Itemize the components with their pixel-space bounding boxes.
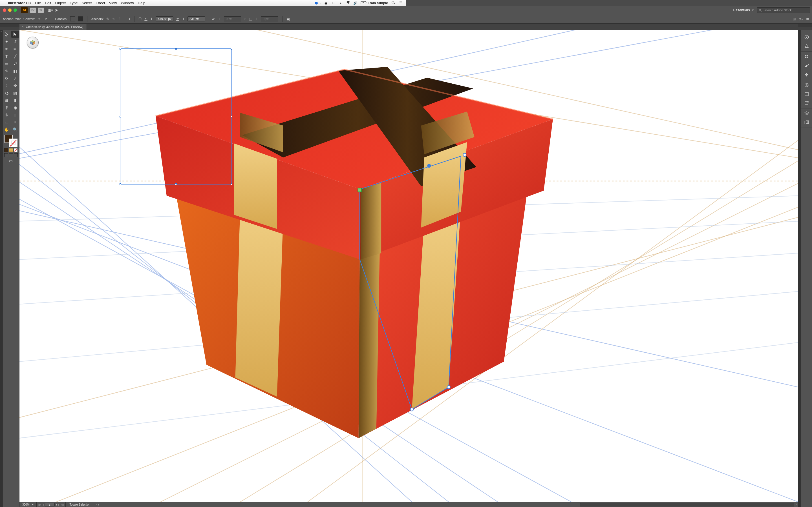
- menu-object[interactable]: Object: [55, 1, 66, 5]
- menu-file[interactable]: File: [35, 1, 41, 5]
- y-field[interactable]: 231 px: [188, 16, 205, 21]
- handle-tr[interactable]: [231, 48, 232, 50]
- fill-stroke-control[interactable]: [4, 135, 17, 147]
- convert-corner-icon[interactable]: ↖: [38, 17, 41, 21]
- isolate-icon[interactable]: ⎔: [139, 17, 142, 21]
- handle-br[interactable]: [231, 183, 232, 185]
- line-tool[interactable]: ╱: [11, 53, 19, 60]
- illustrator-window: Ai Br St ▦▾ ➤ Essentials Search Adobe St…: [0, 6, 406, 253]
- direct-selection-tool[interactable]: [11, 31, 19, 38]
- menu-select[interactable]: Select: [82, 1, 92, 5]
- rotate-tool[interactable]: ⟳: [3, 75, 11, 82]
- status-timemachine-icon[interactable]: ↻: [331, 1, 335, 5]
- free-transform-tool[interactable]: ✥: [11, 82, 19, 89]
- perspective-plane-widget[interactable]: [27, 37, 39, 48]
- menu-window[interactable]: Window: [121, 1, 134, 5]
- bridge-icon[interactable]: Br: [30, 8, 36, 13]
- lasso-tool[interactable]: ᔑ: [11, 38, 19, 45]
- menu-extras-icon[interactable]: ☰: [399, 1, 403, 5]
- handle-mr[interactable]: [231, 116, 232, 117]
- left-dock-gutter[interactable]: «: [0, 30, 3, 253]
- status-volume-icon[interactable]: 🔊: [353, 1, 357, 5]
- handle-opt-b[interactable]: [78, 16, 83, 21]
- handle-ml[interactable]: [119, 116, 121, 117]
- color-mode-icon[interactable]: [4, 148, 8, 152]
- selection-tool[interactable]: [3, 31, 11, 38]
- status-username[interactable]: Train Simple: [368, 1, 388, 5]
- status-bluetooth-icon[interactable]: ᚛: [339, 1, 343, 5]
- menu-type[interactable]: Type: [70, 1, 78, 5]
- symbol-sprayer-tool[interactable]: ❉: [3, 112, 11, 118]
- document-tab[interactable]: × Gift Box.ai* @ 300% (RGB/GPU Preview): [19, 24, 87, 30]
- zoom-tool[interactable]: 🔍: [11, 126, 19, 133]
- x-stepper[interactable]: ▲▼: [151, 17, 153, 20]
- menu-edit[interactable]: Edit: [45, 1, 51, 5]
- gpu-icon[interactable]: ➤: [55, 8, 58, 13]
- menu-effect[interactable]: Effect: [96, 1, 105, 5]
- h-field: 0 px: [261, 16, 278, 21]
- crop-icon[interactable]: ▣: [287, 17, 290, 21]
- close-tab-icon[interactable]: ×: [22, 25, 23, 29]
- handle-bm[interactable]: [175, 183, 177, 185]
- gradient-mode-icon[interactable]: [9, 148, 13, 152]
- status-cc-icon[interactable]: ◉: [324, 1, 328, 5]
- zoom-window[interactable]: [13, 8, 17, 12]
- eyedropper-tool[interactable]: ⁋: [3, 104, 11, 111]
- slice-tool[interactable]: ⌗: [11, 119, 19, 126]
- stock-icon[interactable]: St: [38, 8, 44, 13]
- status-battery-icon[interactable]: [361, 1, 364, 5]
- magic-wand-tool[interactable]: ✦: [3, 38, 11, 45]
- gradient-tool[interactable]: ▮: [11, 97, 19, 104]
- width-tool[interactable]: ⫶: [3, 82, 11, 89]
- mesh-tool[interactable]: ▦: [3, 97, 11, 104]
- align-obj-icon[interactable]: ⫞: [128, 17, 130, 21]
- screen-mode-icon[interactable]: ▭: [8, 158, 14, 163]
- curvature-tool[interactable]: ✑: [11, 46, 19, 52]
- draw-behind-icon[interactable]: [9, 153, 13, 157]
- artboard[interactable]: [19, 30, 406, 253]
- type-tool[interactable]: T: [3, 53, 11, 60]
- h-stepper[interactable]: ▲▼: [256, 17, 257, 20]
- shape-builder-tool[interactable]: ◔: [3, 90, 11, 96]
- none-mode-icon[interactable]: [14, 148, 18, 152]
- selection-bounding-box[interactable]: [120, 48, 232, 184]
- app-name[interactable]: Illustrator CC: [8, 1, 31, 5]
- paintbrush-tool[interactable]: 🖌: [11, 60, 19, 67]
- perspective-grid-tool[interactable]: ▨: [11, 90, 19, 96]
- minimize-window[interactable]: [8, 8, 11, 12]
- handle-tm[interactable]: [175, 48, 177, 50]
- spotlight-icon[interactable]: [391, 1, 395, 5]
- convert-smooth-icon[interactable]: ↗: [44, 17, 47, 21]
- canvas-viewport[interactable]: 300% ▮◂ ◂ 1 ▾ ▸ ▸▮ Toggle Selection ◂ ▸ …: [19, 30, 406, 253]
- stroke-swatch[interactable]: [9, 138, 17, 147]
- y-stepper[interactable]: ▲▼: [183, 17, 184, 20]
- w-stepper[interactable]: ▲▼: [219, 17, 220, 20]
- x-field[interactable]: 449.88 px: [156, 16, 173, 21]
- scale-tool[interactable]: ⤢: [11, 75, 19, 82]
- rectangle-tool[interactable]: ▭: [3, 60, 11, 67]
- close-window[interactable]: [3, 8, 6, 12]
- status-wifi-icon[interactable]: [346, 1, 350, 5]
- handle-bl[interactable]: [119, 183, 121, 185]
- w-label: W:: [212, 17, 215, 20]
- pen-tool[interactable]: ✒: [3, 46, 11, 52]
- remove-anchor-icon[interactable]: ✎: [106, 17, 109, 21]
- draw-inside-icon[interactable]: [14, 153, 18, 157]
- handle-tl[interactable]: [119, 48, 121, 50]
- menu-view[interactable]: View: [109, 1, 117, 5]
- menu-help[interactable]: Help: [138, 1, 146, 5]
- arrange-docs-icon[interactable]: ▦▾: [47, 8, 53, 12]
- draw-normal-icon[interactable]: [4, 153, 8, 157]
- blend-tool[interactable]: ◉: [11, 104, 19, 111]
- status-blue-icon[interactable]: 3: [315, 1, 320, 5]
- cut-path-icon[interactable]: ⤴: [118, 17, 120, 21]
- connect-anchor-icon[interactable]: ⟲: [112, 17, 115, 21]
- hand-tool[interactable]: ✋: [3, 126, 11, 133]
- handle-opt-a[interactable]: [70, 16, 75, 21]
- graph-tool[interactable]: ⫼: [11, 112, 19, 118]
- shaper-tool[interactable]: ✎: [3, 68, 11, 74]
- app-titlebar: Ai Br St ▦▾ ➤ Essentials Search Adobe St…: [0, 6, 406, 14]
- eraser-tool[interactable]: ◧: [11, 68, 19, 74]
- artboard-tool[interactable]: ▭: [3, 119, 11, 126]
- link-wh-icon[interactable]: ⟀: [244, 17, 246, 21]
